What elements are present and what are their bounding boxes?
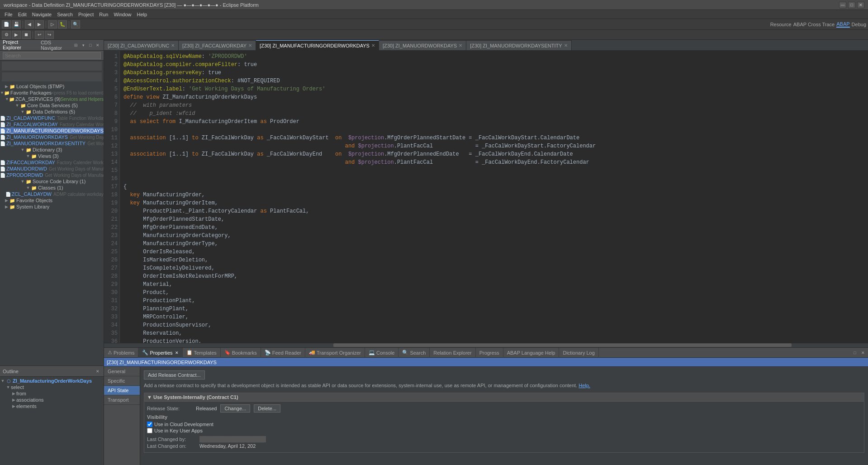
outline-elements[interactable]: ▶ elements bbox=[0, 403, 104, 409]
menu-help[interactable]: Help bbox=[134, 11, 150, 18]
tab-close-icon[interactable]: ✕ bbox=[371, 43, 375, 48]
tab-close-icon[interactable]: ✕ bbox=[248, 43, 252, 48]
tab-manuordworkdaysentity[interactable]: [Z30] ZI_MANUORDWORKDAYSENTITY ✕ bbox=[466, 40, 571, 50]
run-button[interactable]: ▷ bbox=[48, 20, 57, 28]
horizontal-scrollbar[interactable] bbox=[104, 343, 868, 347]
tb2-btn2[interactable]: ▶ bbox=[12, 31, 21, 39]
perspective-abap[interactable]: ABAP bbox=[836, 21, 849, 28]
change-button[interactable]: Change... bbox=[220, 404, 250, 413]
tree-core-data-services[interactable]: ▼ 📁 Core Data Services (5) bbox=[0, 102, 104, 109]
tab-properties[interactable]: 🔧 Properties ✕ bbox=[138, 348, 182, 358]
tab-relation-explorer[interactable]: Relation Explorer bbox=[430, 348, 475, 358]
tree-views[interactable]: ▼ 📁 Views (3) bbox=[0, 153, 104, 159]
menu-run[interactable]: Run bbox=[96, 11, 111, 18]
tb2-btn3[interactable]: ⏹ bbox=[22, 31, 31, 39]
tab-close-icon[interactable]: ✕ bbox=[171, 43, 175, 48]
tab-abap-language-help[interactable]: ABAP Language Help bbox=[503, 348, 560, 358]
tree-favorite-objects[interactable]: ▶ 📁 Favorite Objects bbox=[0, 197, 104, 204]
tab-progress[interactable]: Progress bbox=[476, 348, 503, 358]
code-editor[interactable]: 12345 678910 1112131415 1617181920 21222… bbox=[104, 51, 868, 343]
menu-file[interactable]: File bbox=[2, 11, 15, 18]
close-button[interactable]: ✕ bbox=[857, 2, 864, 8]
close-panel-btn[interactable]: ✕ bbox=[95, 42, 101, 48]
tab-faccalworkday[interactable]: [Z30] ZI_FACCALWORKDAY ✕ bbox=[179, 40, 256, 50]
perspective-resource[interactable]: Resource bbox=[770, 22, 792, 27]
maximize-panel-btn[interactable]: □ bbox=[87, 42, 94, 48]
tab-close-icon[interactable]: ✕ bbox=[459, 43, 462, 48]
tree-favorite-packages[interactable]: ▼ 📁 Favorite Packages <press F5 to load … bbox=[0, 90, 104, 96]
tab-bookmarks[interactable]: 🔖 Bookmarks bbox=[221, 348, 261, 358]
tree-zcl-caldaydw[interactable]: 📄 ZCL_CALDAYDW ADMP calculate workday bbox=[0, 191, 104, 197]
forward-button[interactable]: ▶ bbox=[35, 20, 44, 28]
new-button[interactable]: 📄 bbox=[2, 20, 11, 28]
tree-data-definitions[interactable]: ▼ 📁 Data Definitions (5) bbox=[0, 109, 104, 115]
outline-from[interactable]: ▶ from bbox=[0, 390, 104, 397]
outline-close-btn[interactable]: ✕ bbox=[95, 368, 101, 375]
add-contract-button[interactable]: Add Release Contract... bbox=[144, 370, 205, 380]
project-explorer-tab[interactable]: Project Explorer bbox=[3, 39, 37, 51]
tree-item-desc: Get Working Days of Manufacturing Orders bbox=[70, 135, 104, 140]
bottom-panel-close[interactable]: ✕ bbox=[860, 350, 866, 356]
tree-dictionary[interactable]: ▼ 📁 Dictionary (3) bbox=[0, 147, 104, 153]
tab-properties-close[interactable]: ✕ bbox=[175, 351, 179, 355]
tab-caldaywdfunc[interactable]: [Z30] ZI_CALDAYWDFUNC ✕ bbox=[104, 40, 179, 50]
tab-console[interactable]: 💻 Console bbox=[365, 348, 398, 358]
search-btn[interactable]: 🔍 bbox=[71, 20, 80, 28]
menu-edit[interactable]: Edit bbox=[15, 11, 29, 18]
bottom-panel-maximize[interactable]: □ bbox=[852, 350, 858, 356]
tree-zca-services[interactable]: ▼ 📁 ZCA_SERVICES (9) Services and Helper… bbox=[0, 96, 104, 102]
tree-system-library[interactable]: ▶ 📁 System Library bbox=[0, 204, 104, 210]
menu-window[interactable]: Window bbox=[111, 11, 134, 18]
prop-api-state[interactable]: API State bbox=[104, 386, 140, 395]
scrollbar-thumb[interactable] bbox=[333, 343, 792, 347]
tree-zi-manuordworkdays[interactable]: 📄 ZI_MANUORDWORKDAYS Get Working Days of… bbox=[0, 134, 104, 140]
prop-general[interactable]: General bbox=[104, 367, 140, 376]
maximize-button[interactable]: □ bbox=[848, 2, 855, 8]
tab-problems[interactable]: ⚠ Problems bbox=[104, 348, 138, 358]
prop-transport[interactable]: Transport bbox=[104, 395, 140, 405]
use-key-user-checkbox[interactable] bbox=[147, 428, 152, 433]
tree-zi-manufacturing[interactable]: 📄 ZI_MANUFACTURINGORDERWORKDAYS Get Work… bbox=[0, 128, 104, 134]
tab-feed-reader[interactable]: 📡 Feed Reader bbox=[261, 348, 305, 358]
tree-zi-caldaywdfunc[interactable]: 📄 ZI_CALDAYWDFUNC Table Function Workday bbox=[0, 115, 104, 121]
code-content[interactable]: @AbapCatalog.sqlViewName: 'ZPRODORDWD' @… bbox=[120, 51, 868, 343]
collapse-btn[interactable]: ⊟ bbox=[73, 42, 79, 48]
help-link[interactable]: Help. bbox=[579, 383, 590, 388]
tree-zprodordwd[interactable]: 📄 ZPRODORDWD Get Working Days of Manufac… bbox=[0, 172, 104, 178]
tree-zmanudordwd[interactable]: 📄 ZMANUDORDWD Get Working Days of Manufa… bbox=[0, 166, 104, 172]
cds-navigator-tab[interactable]: CDS Navigator bbox=[41, 40, 73, 51]
tb2-btn1[interactable]: ⚙ bbox=[2, 31, 11, 39]
tab-manuordworkdays[interactable]: [Z30] ZI_MANUORDWORKDAYS ✕ bbox=[379, 40, 466, 50]
minimize-button[interactable]: — bbox=[839, 2, 846, 8]
search-input[interactable] bbox=[3, 52, 101, 59]
perspective-debug[interactable]: Debug bbox=[852, 22, 866, 27]
outline-select[interactable]: ▼ select bbox=[0, 384, 104, 390]
save-button[interactable]: 💾 bbox=[12, 20, 21, 28]
tab-manufacturingorderworkdays[interactable]: [Z30] ZI_MANUFACTURINGORDERWORKDAYS ✕ bbox=[256, 40, 379, 50]
tree-zi-faccalworkday[interactable]: 📄 ZI_FACCALWORKDAY Factory Calendar Work… bbox=[0, 121, 104, 128]
prop-specific[interactable]: Specific bbox=[104, 376, 140, 386]
tab-search[interactable]: 🔍 Search bbox=[398, 348, 430, 358]
tb2-btn5[interactable]: ↪ bbox=[45, 31, 54, 39]
tree-classes[interactable]: ▼ 📁 Classes (1) bbox=[0, 185, 104, 191]
debug-button[interactable]: 🐛 bbox=[58, 20, 67, 28]
menu-project[interactable]: Project bbox=[76, 11, 96, 18]
tree-zi-manuordworkdaysentity[interactable]: 📄 ZI_MANUORDWORKDAYSENTITY Get Working D… bbox=[0, 140, 104, 147]
menu-search[interactable]: Search bbox=[54, 11, 76, 18]
tab-transport-organizer[interactable]: 🚚 Transport Organizer bbox=[305, 348, 365, 358]
outline-root[interactable]: ▼ ⬡ ZI_ManufacturingOrderWorkDays bbox=[0, 378, 104, 384]
menu-navigate[interactable]: Navigate bbox=[29, 11, 54, 18]
view-menu-btn[interactable]: ▾ bbox=[80, 42, 86, 48]
tab-dictionary-log[interactable]: Dictionary Log bbox=[559, 348, 598, 358]
tree-source-code-library[interactable]: ▼ 📁 Source Code Library (1) bbox=[0, 178, 104, 185]
back-button[interactable]: ◀ bbox=[25, 20, 34, 28]
use-cloud-checkbox[interactable] bbox=[147, 422, 152, 427]
outline-associations[interactable]: ▶ associations bbox=[0, 397, 104, 403]
tree-zifaccalworkday[interactable]: 📄 ZIFACCALWORKDAY Factory Calender Work … bbox=[0, 159, 104, 166]
tree-local-objects[interactable]: ▶ 📁 Local Objects ($TMP) bbox=[0, 83, 104, 90]
tab-close-icon[interactable]: ✕ bbox=[564, 43, 568, 48]
tb2-btn4[interactable]: ↩ bbox=[35, 31, 44, 39]
perspective-abap-trace[interactable]: ABAP Cross Trace bbox=[793, 22, 835, 27]
tab-templates[interactable]: 📋 Templates bbox=[183, 348, 221, 358]
delete-button[interactable]: Delete... bbox=[254, 404, 280, 413]
